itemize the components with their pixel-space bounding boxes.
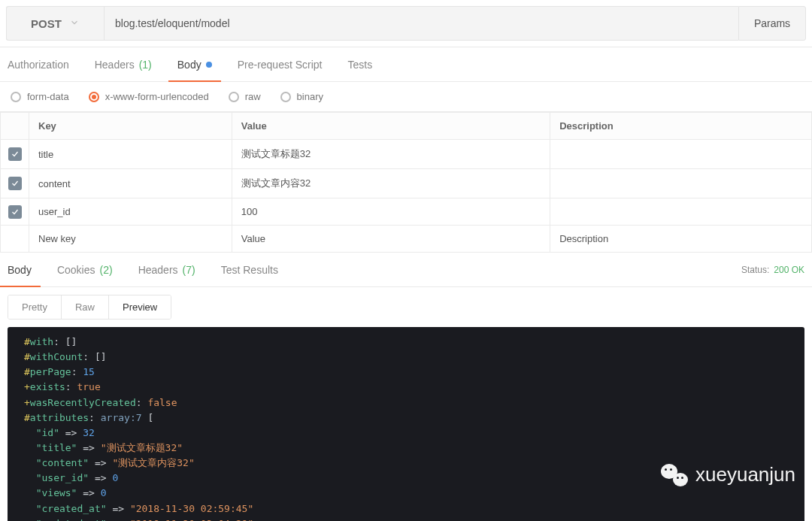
code-with-val: []	[65, 336, 77, 347]
tab-headers[interactable]: Headers (1)	[95, 47, 152, 81]
cell-value-placeholder[interactable]: Value	[232, 226, 550, 253]
cell-desc-placeholder[interactable]: Description	[550, 226, 812, 253]
cell-desc[interactable]	[550, 169, 812, 198]
request-bar: POST Params	[0, 0, 812, 47]
radio-icon	[11, 92, 21, 102]
code-title-key: "title"	[36, 442, 77, 453]
ptab-raw-label: Raw	[75, 301, 95, 313]
cell-key[interactable]: user_id	[29, 198, 232, 226]
http-method-selector[interactable]: POST	[6, 6, 104, 41]
code-created-key: "created_at"	[36, 503, 107, 514]
code-perpage-key: perPage	[30, 366, 71, 377]
restab-cookies[interactable]: Cookies (2)	[57, 253, 113, 286]
cell-desc[interactable]	[550, 140, 812, 169]
code-updated-val: "2018-11-30 03:04:29"	[130, 518, 253, 521]
radio-urlencoded[interactable]: x-www-form-urlencoded	[89, 91, 209, 102]
table-row: user_id 100	[1, 198, 812, 226]
cell-value[interactable]: 测试文章内容32	[232, 169, 550, 198]
code-withcount-val: []	[95, 351, 107, 362]
tab-prerequest[interactable]: Pre-request Script	[238, 47, 323, 81]
code-attributes-type: array:7	[101, 412, 142, 423]
restab-body[interactable]: Body	[8, 253, 32, 286]
tab-authorization-label: Authorization	[8, 59, 69, 71]
restab-cookies-label: Cookies	[57, 264, 95, 276]
cell-desc[interactable]	[550, 198, 812, 226]
watermark-text: xueyuanjun	[695, 463, 795, 486]
http-method-label: POST	[31, 17, 62, 30]
checkbox-icon[interactable]	[8, 205, 22, 219]
radio-raw-label: raw	[245, 91, 261, 102]
restab-headers-count: (7)	[183, 264, 195, 276]
status-code: 200 OK	[774, 265, 804, 275]
cell-value[interactable]: 100	[232, 198, 550, 226]
table-row-new: New key Value Description	[1, 226, 812, 253]
kv-table: Key Value Description title 测试文章标题32 con…	[0, 112, 812, 253]
ptab-pretty[interactable]: Pretty	[8, 295, 61, 319]
restab-cookies-count: (2)	[100, 264, 113, 276]
params-button[interactable]: Params	[738, 6, 806, 41]
ptab-preview[interactable]: Preview	[108, 295, 171, 319]
radio-formdata[interactable]: form-data	[11, 91, 69, 102]
code-withcount-key: withCount	[30, 351, 83, 362]
url-input[interactable]	[115, 17, 728, 29]
request-tabs: Authorization Headers (1) Body Pre-reque…	[0, 47, 812, 82]
radio-icon	[89, 92, 99, 102]
url-input-wrap[interactable]	[104, 6, 738, 41]
code-content-key: "content"	[36, 457, 89, 468]
cell-key[interactable]: title	[29, 140, 232, 169]
ptab-pretty-label: Pretty	[22, 301, 47, 313]
code-userid-val: 0	[112, 472, 118, 483]
radio-urlencoded-label: x-www-form-urlencoded	[105, 91, 209, 102]
col-checkbox-header	[1, 113, 29, 140]
tab-tests-label: Tests	[348, 59, 373, 71]
tab-tests[interactable]: Tests	[348, 47, 373, 81]
code-attributes-key: attributes	[30, 412, 89, 423]
code-recently-key: wasRecentlyCreated	[30, 397, 136, 408]
cell-key-placeholder[interactable]: New key	[29, 226, 232, 253]
ptab-raw[interactable]: Raw	[61, 295, 108, 319]
restab-tests-label: Test Results	[221, 264, 278, 276]
modified-dot-icon	[206, 62, 212, 68]
code-created-val: "2018-11-30 02:59:45"	[130, 503, 253, 514]
radio-binary-label: binary	[297, 91, 323, 102]
code-perpage-val: 15	[83, 366, 95, 377]
tab-headers-label: Headers	[95, 59, 135, 71]
radio-formdata-label: form-data	[27, 91, 69, 102]
status-badge: Status: 200 OK	[741, 253, 804, 286]
code-id-key: "id"	[36, 427, 59, 438]
restab-headers[interactable]: Headers (7)	[138, 253, 195, 286]
chevron-down-icon	[69, 17, 80, 30]
ptab-preview-label: Preview	[123, 301, 157, 313]
radio-binary[interactable]: binary	[280, 91, 323, 102]
body-type-radios: form-data x-www-form-urlencoded raw bina…	[0, 82, 812, 112]
cell-key[interactable]: content	[29, 169, 232, 198]
code-exists-val: true	[77, 381, 100, 392]
preview-mode-tabs: Pretty Raw Preview	[0, 287, 812, 327]
response-tabs: Body Cookies (2) Headers (7) Test Result…	[0, 253, 812, 287]
col-value-header: Value	[232, 113, 550, 140]
code-views-key: "views"	[36, 487, 77, 498]
status-label: Status:	[741, 265, 769, 275]
checkbox-icon[interactable]	[8, 147, 22, 161]
tab-prerequest-label: Pre-request Script	[238, 59, 323, 71]
params-label: Params	[754, 17, 790, 29]
cell-value[interactable]: 测试文章标题32	[232, 140, 550, 169]
watermark: xueyuanjun	[661, 463, 795, 486]
col-desc-header: Description	[550, 113, 812, 140]
tab-authorization[interactable]: Authorization	[8, 47, 69, 81]
checkbox-icon[interactable]	[8, 177, 22, 190]
radio-icon	[229, 92, 239, 102]
code-id-val: 32	[83, 427, 95, 438]
tab-headers-count: (1)	[139, 59, 152, 71]
col-key-header: Key	[29, 113, 232, 140]
radio-raw[interactable]: raw	[229, 91, 261, 102]
table-row: content 测试文章内容32	[1, 169, 812, 198]
table-row: title 测试文章标题32	[1, 140, 812, 169]
tab-body-label: Body	[177, 59, 201, 71]
cell-empty	[1, 226, 29, 253]
radio-icon	[280, 92, 291, 102]
response-preview-code: #with: [] #withCount: [] #perPage: 15 +e…	[8, 327, 804, 521]
code-recently-val: false	[147, 397, 177, 408]
tab-body[interactable]: Body	[177, 47, 212, 81]
restab-test-results[interactable]: Test Results	[221, 253, 278, 286]
